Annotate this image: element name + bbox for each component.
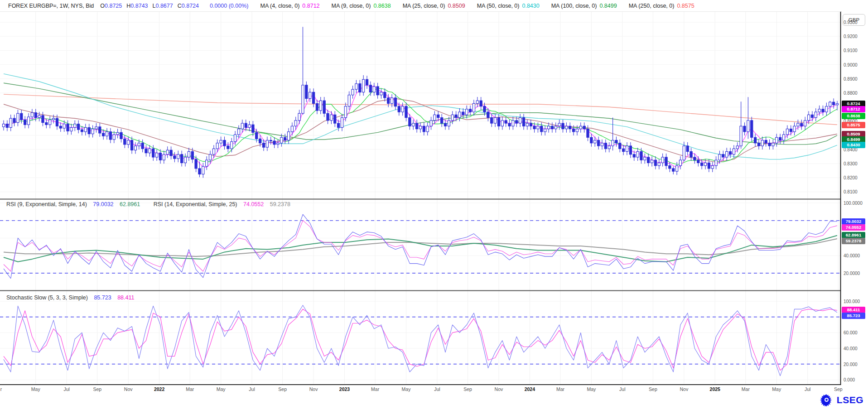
ma-label: MA (25, close, 0)	[403, 3, 445, 9]
rsi1-avg-value: 62.8961	[120, 201, 140, 207]
date-label: May	[587, 386, 596, 392]
ma-value: 0.8575	[677, 3, 694, 9]
axis-label: 0.9000	[844, 62, 858, 67]
rsi1-label: RSI (9, Exponential, Simple, 14)	[6, 201, 87, 207]
axis-label: 60.000	[844, 330, 858, 335]
date-label: Mar	[742, 386, 750, 392]
date-label: Nov	[495, 386, 503, 392]
price-badge: 0.8638	[842, 113, 865, 119]
price-badge: 79.0032	[842, 218, 865, 225]
ma-legend-item: MA (4, close, 0)0.8712	[260, 3, 319, 9]
price-badge: 74.0552	[842, 224, 865, 231]
ma-value: 0.8430	[522, 3, 539, 9]
ma-legend-item: MA (25, close, 0)0.8509	[403, 3, 465, 9]
date-label: Mar	[556, 386, 564, 392]
date-label: 2025	[710, 386, 720, 392]
ma-label: MA (250, close, 0)	[629, 3, 675, 9]
date-label: Jul	[434, 386, 440, 392]
ma-label: MA (100, close, 0)	[551, 3, 597, 9]
stochastic-k-value: 85.723	[94, 294, 111, 301]
date-label: Jul	[619, 386, 625, 392]
date-label: Mar	[371, 386, 379, 392]
change-value: 0.0000 (0.00%)	[210, 3, 248, 9]
axis-label: 100.0000	[844, 201, 863, 206]
ma-label: MA (50, close, 0)	[477, 3, 520, 9]
ohlc-value: 0.8724	[182, 3, 199, 9]
axis-label: 40.000	[844, 346, 858, 351]
date-label: Sep	[463, 386, 472, 392]
instrument-title: FOREX EURGBP=, 1W, NYS, Bid	[8, 3, 94, 9]
date-label: Jul	[805, 386, 810, 392]
date-label: Jul	[63, 386, 69, 392]
axis-label: 0.8100	[844, 189, 858, 194]
price-badge: 0.8430	[842, 142, 865, 148]
ma-legend-item: MA (50, close, 0)0.8430	[477, 3, 540, 9]
ma-legend-item: MA (250, close, 0)0.8575	[629, 3, 694, 9]
rsi2-label: RSI (14, Exponential, Simple, 25)	[154, 201, 237, 207]
price-badge: 88.411	[842, 307, 865, 313]
ohlc-value: 0.8677	[155, 3, 173, 9]
date-label: Nov	[680, 386, 688, 392]
rsi2-avg-value: 59.2378	[270, 201, 290, 207]
date-label: Sep	[834, 386, 843, 392]
date-label: 2024	[525, 386, 535, 392]
axis-label: 0.9300	[844, 20, 858, 25]
ma-label: MA (4, close, 0)	[260, 3, 299, 9]
axis-label: 20.0000	[844, 270, 860, 275]
rsi2-value: 74.0552	[243, 201, 264, 207]
axis-label: 0.8300	[844, 161, 858, 166]
ma-legend: MA (4, close, 0)0.8712MA (9, close, 0)0.…	[248, 3, 694, 9]
lseg-crest-icon	[820, 394, 834, 406]
ohlc-values: O0.8725H0.8743L0.8677C0.8724	[100, 3, 203, 9]
ma-value: 0.8712	[302, 3, 319, 9]
date-label: Nov	[124, 386, 133, 392]
stochastic-label: Stochastic Slow (5, 3, 3, Simple)	[6, 294, 88, 301]
price-badge: 85.723	[842, 313, 865, 319]
chart-legend-header: FOREX EURGBP=, 1W, NYS, Bid O0.8725H0.87…	[0, 0, 841, 12]
lseg-wordmark: LSEG	[837, 395, 863, 405]
date-label: May	[402, 386, 411, 392]
ohlc-value: 0.8743	[130, 3, 148, 9]
axis-label: 0.9100	[844, 48, 858, 53]
price-badge: 0.8575	[842, 122, 865, 128]
ma-label: MA (9, close, 0)	[332, 3, 371, 9]
stochastic-pane-title: Stochastic Slow (5, 3, 3, Simple) 85.723…	[6, 294, 134, 301]
date-label: r	[0, 386, 2, 392]
ohlc-value: 0.8725	[105, 3, 122, 9]
axis-label: 0.8200	[844, 175, 858, 180]
date-label: May	[217, 386, 226, 392]
ohlc-key: H	[126, 3, 130, 9]
chart-application: FOREX EURGBP=, 1W, NYS, Bid O0.8725H0.87…	[0, 0, 868, 410]
axis-label: 20.000	[844, 362, 858, 367]
lseg-logo: LSEG	[820, 394, 863, 406]
date-label: Sep	[278, 386, 287, 392]
stochastic-d-value: 88.411	[117, 294, 134, 301]
axis-label: 0.8900	[844, 76, 858, 81]
axis-label: 0.8800	[844, 91, 858, 96]
date-label: Jul	[249, 386, 255, 392]
date-label: Nov	[309, 386, 318, 392]
date-label: Sep	[649, 386, 657, 392]
price-badge: 62.8961	[842, 232, 865, 238]
ma-value: 0.8509	[448, 3, 465, 9]
axis-label: 40.0000	[844, 253, 860, 258]
date-label: 2022	[154, 386, 164, 392]
rsi1-value: 79.0032	[93, 201, 113, 207]
rsi-pane-title: RSI (9, Exponential, Simple, 14) 79.0032…	[6, 201, 290, 207]
date-label: 2023	[339, 386, 350, 392]
ma-value: 0.8638	[373, 3, 391, 9]
axis-label: 100.000	[844, 299, 860, 304]
axis-label: 0.9200	[844, 34, 858, 39]
date-label: May	[772, 386, 781, 392]
ohlc-key: C	[178, 3, 182, 9]
ma-legend-item: MA (100, close, 0)0.8499	[551, 3, 617, 9]
ma-value: 0.8499	[599, 3, 617, 9]
ohlc-key: O	[100, 3, 105, 9]
date-label: Sep	[93, 386, 101, 392]
date-label: Mar	[186, 386, 194, 392]
ma-legend-item: MA (9, close, 0)0.8638	[332, 3, 391, 9]
axis-label: 0.000	[844, 377, 855, 382]
price-badge: 59.2378	[842, 238, 865, 244]
date-label: May	[31, 386, 40, 392]
price-badge: 0.8712	[842, 106, 865, 112]
